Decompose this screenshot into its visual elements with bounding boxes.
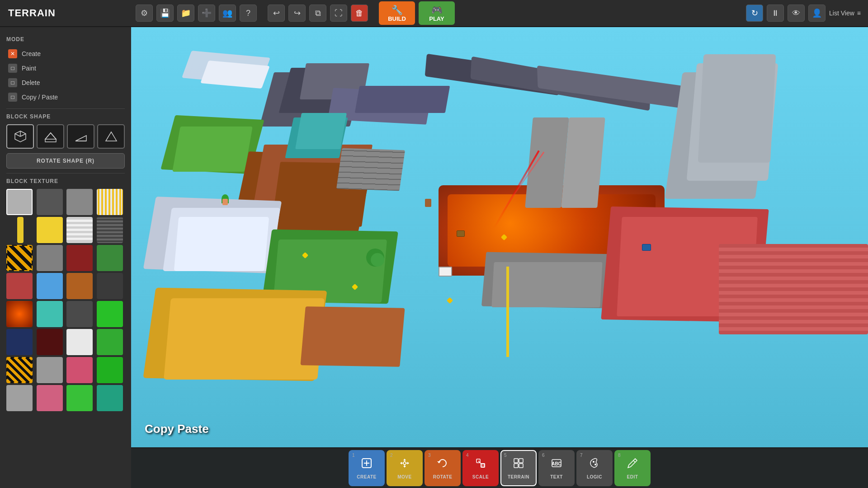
tool-scale-icon bbox=[474, 457, 487, 473]
tool-text-num: 6 bbox=[542, 453, 545, 458]
profile-button[interactable]: 👤 bbox=[808, 5, 826, 22]
tool-logic-num: 7 bbox=[580, 453, 583, 458]
mode-delete[interactable]: □ Delete bbox=[6, 76, 125, 89]
viewport[interactable]: Copy Paste bbox=[131, 27, 868, 488]
tool-move[interactable]: 2 MOVE bbox=[387, 450, 423, 486]
redo-button[interactable]: ↪ bbox=[288, 5, 306, 22]
texture-green3[interactable] bbox=[97, 329, 123, 355]
texture-lava[interactable] bbox=[6, 301, 33, 327]
texture-red-med[interactable] bbox=[6, 273, 33, 299]
mode-create[interactable]: ✕ Create bbox=[6, 47, 125, 61]
folder-button[interactable]: 📁 bbox=[177, 5, 194, 22]
mode-copy-paste[interactable]: □ Copy / Paste bbox=[6, 90, 125, 104]
help-button[interactable]: ? bbox=[240, 5, 257, 22]
delete-button[interactable]: 🗑 bbox=[351, 5, 368, 22]
terrain-scene bbox=[131, 27, 868, 488]
texture-gray-light[interactable] bbox=[6, 189, 33, 215]
settings-button[interactable]: ⚙ bbox=[136, 5, 153, 22]
tool-terrain[interactable]: 5 TERRAIN bbox=[500, 450, 537, 486]
play-button[interactable]: 🎮 PLAY bbox=[419, 1, 455, 25]
build-button[interactable]: 🔧 BUILD bbox=[379, 1, 415, 25]
tool-terrain-num: 5 bbox=[504, 453, 507, 458]
tool-logic-label: LOGIC bbox=[587, 474, 602, 479]
texture-stone2[interactable] bbox=[6, 385, 33, 411]
tool-rotate-icon bbox=[436, 457, 449, 473]
texture-white-light[interactable] bbox=[66, 329, 93, 355]
texture-yellow-stripe[interactable] bbox=[97, 189, 123, 215]
eye-button[interactable]: 👁 bbox=[788, 5, 805, 22]
mode-section-title: MODE bbox=[6, 36, 125, 42]
tool-move-num: 2 bbox=[390, 453, 393, 458]
texture-pink3[interactable] bbox=[37, 385, 63, 411]
tool-create[interactable]: 1 CREATE bbox=[349, 450, 385, 486]
texture-green4[interactable] bbox=[97, 357, 123, 383]
texture-yellow-bar[interactable] bbox=[17, 217, 24, 243]
tool-scale[interactable]: 4 SCALE bbox=[462, 450, 499, 486]
texture-white-stripe[interactable] bbox=[66, 217, 93, 243]
svg-line-1 bbox=[15, 134, 20, 136]
svg-rect-13 bbox=[481, 464, 485, 467]
shape-ramp[interactable] bbox=[67, 124, 94, 149]
tool-rotate[interactable]: 3 ROTATE bbox=[425, 450, 461, 486]
mode-copy-paste-icon: □ bbox=[8, 93, 17, 102]
svg-rect-18 bbox=[514, 464, 518, 468]
mode-delete-label: Delete bbox=[22, 79, 40, 86]
texture-caution2[interactable] bbox=[6, 357, 33, 383]
shape-wedge[interactable] bbox=[37, 124, 64, 149]
refresh-button[interactable]: ↻ bbox=[746, 5, 763, 22]
pause-button[interactable]: ⏸ bbox=[767, 5, 784, 22]
tool-rotate-num: 3 bbox=[428, 453, 431, 458]
tool-edit[interactable]: 8 EDIT bbox=[614, 450, 651, 486]
texture-gray-med[interactable] bbox=[66, 189, 93, 215]
divider-1 bbox=[6, 108, 125, 109]
rotate-shape-button[interactable]: ROTATE SHAPE (R) bbox=[6, 153, 125, 169]
texture-dark-blue[interactable] bbox=[6, 329, 33, 355]
texture-stone-dark[interactable] bbox=[66, 301, 93, 327]
tool-scale-label: SCALE bbox=[472, 474, 489, 479]
copy-button[interactable]: ⧉ bbox=[309, 5, 326, 22]
texture-teal2[interactable] bbox=[97, 385, 123, 411]
texture-dark-maroon[interactable] bbox=[37, 329, 63, 355]
mode-delete-icon: □ bbox=[8, 78, 17, 87]
texture-cobble[interactable] bbox=[37, 245, 63, 271]
svg-point-7 bbox=[403, 462, 406, 465]
expand-button[interactable]: ⛶ bbox=[330, 5, 347, 22]
save-button[interactable]: 💾 bbox=[156, 5, 174, 22]
texture-dark-lines[interactable] bbox=[97, 217, 123, 243]
texture-teal-ice[interactable] bbox=[37, 301, 63, 327]
mode-paint[interactable]: □ Paint bbox=[6, 61, 125, 75]
svg-rect-16 bbox=[514, 459, 518, 463]
shape-cube[interactable] bbox=[6, 124, 34, 149]
texture-pink2[interactable] bbox=[66, 357, 93, 383]
texture-blue-ice[interactable] bbox=[37, 273, 63, 299]
mode-copy-paste-label: Copy / Paste bbox=[22, 94, 58, 101]
tool-scale-num: 4 bbox=[466, 453, 469, 458]
tool-move-icon bbox=[398, 457, 411, 473]
list-view-button[interactable]: List View ≡ bbox=[829, 9, 861, 17]
texture-green5[interactable] bbox=[66, 385, 93, 411]
texture-gray-dark[interactable] bbox=[37, 189, 63, 215]
undo-button[interactable]: ↩ bbox=[268, 5, 285, 22]
texture-gray2[interactable] bbox=[37, 357, 63, 383]
tool-text[interactable]: 6 ABC TEXT bbox=[538, 450, 575, 486]
texture-caution[interactable] bbox=[6, 245, 33, 271]
team-button[interactable]: 👥 bbox=[219, 5, 236, 22]
texture-green2[interactable] bbox=[97, 301, 123, 327]
texture-empty[interactable] bbox=[97, 273, 123, 299]
tool-text-label: TEXT bbox=[550, 474, 563, 479]
tool-logic[interactable]: 7 LOGIC bbox=[576, 450, 613, 486]
texture-orange-dirt[interactable] bbox=[66, 273, 93, 299]
texture-dark-red[interactable] bbox=[66, 245, 93, 271]
play-label: PLAY bbox=[429, 15, 444, 22]
tool-logic-icon bbox=[588, 457, 601, 473]
texture-green[interactable] bbox=[97, 245, 123, 271]
shape-corner[interactable] bbox=[97, 124, 125, 149]
texture-yellow-full[interactable] bbox=[37, 217, 63, 243]
tool-edit-icon bbox=[626, 457, 639, 473]
svg-rect-17 bbox=[519, 459, 523, 463]
tool-rotate-label: ROTATE bbox=[433, 474, 453, 479]
list-view-icon: ≡ bbox=[857, 9, 861, 17]
add-button[interactable]: ➕ bbox=[198, 5, 215, 22]
svg-point-23 bbox=[594, 464, 596, 465]
texture-grid bbox=[6, 189, 125, 411]
